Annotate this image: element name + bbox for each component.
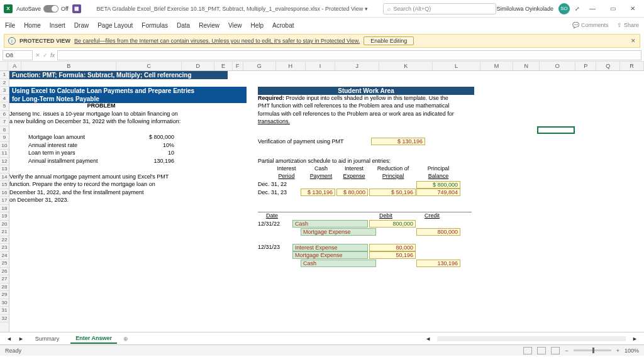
col-header-d[interactable]: D <box>182 62 214 70</box>
row-header-28[interactable]: 28 <box>0 283 9 292</box>
je1-l1[interactable]: Cash <box>292 220 368 228</box>
row-header-30[interactable]: 30 <box>0 299 9 307</box>
je2-d1[interactable]: 80,000 <box>369 244 416 251</box>
je2-l2[interactable]: Mortgage Expense <box>292 251 368 259</box>
horizontal-scrollbar[interactable] <box>437 336 626 341</box>
row-header-20[interactable]: 20 <box>0 221 9 229</box>
minimize-button[interactable]: — <box>585 5 600 12</box>
menu-home[interactable]: Home <box>24 22 41 29</box>
je1-debit[interactable]: 800,000 <box>369 220 416 228</box>
share-button[interactable]: ⇪ Share <box>617 22 639 28</box>
col-header-f[interactable]: F <box>233 62 243 70</box>
autosave-toggle[interactable] <box>43 5 58 13</box>
cell-bal15[interactable]: $ 800,000 <box>416 181 460 189</box>
row-header-17[interactable]: 17 <box>0 197 9 205</box>
view-normal-button[interactable] <box>523 347 532 354</box>
je2-d2[interactable]: 50,196 <box>369 251 416 259</box>
select-all-corner[interactable] <box>0 62 8 70</box>
row-header-4[interactable]: 4 <box>0 95 9 103</box>
menu-data[interactable]: Data <box>177 22 190 29</box>
row-header-19[interactable]: 19 <box>0 212 9 221</box>
je1-credit[interactable]: 800,000 <box>416 228 460 236</box>
row-header-25[interactable]: 25 <box>0 260 9 268</box>
row-header-3[interactable]: 3 <box>0 87 9 95</box>
je2-l1[interactable]: Interest Expense <box>292 244 368 251</box>
comments-button[interactable]: 💬 Comments <box>572 22 608 28</box>
protected-close-icon[interactable]: ✕ <box>631 38 636 44</box>
row-header-16[interactable]: 16 <box>0 189 9 197</box>
tab-nav-next[interactable]: ► <box>18 336 24 342</box>
row-header-24[interactable]: 24 <box>0 252 9 260</box>
row-header-29[interactable]: 29 <box>0 291 9 299</box>
spreadsheet-grid[interactable]: ABCDEFGHIJKLMNOPQR 123456789101112131415… <box>0 62 644 332</box>
view-pagebreak-button[interactable] <box>551 347 560 354</box>
row-header-22[interactable]: 22 <box>0 236 9 244</box>
col-header-m[interactable]: M <box>480 62 513 70</box>
col-header-n[interactable]: N <box>513 62 540 70</box>
menu-acrobat[interactable]: Acrobat <box>272 22 294 29</box>
cell-cash16[interactable]: $ 130,196 <box>301 189 335 196</box>
zoom-in-button[interactable]: + <box>616 348 619 354</box>
col-header-b[interactable]: B <box>21 62 116 70</box>
confirm-icon[interactable]: ✓ <box>43 52 48 58</box>
row-header-26[interactable]: 26 <box>0 268 9 276</box>
col-header-l[interactable]: L <box>433 62 480 70</box>
row-header-21[interactable]: 21 <box>0 228 9 236</box>
maximize-button[interactable]: ▭ <box>605 5 620 12</box>
formula-input[interactable] <box>57 50 641 60</box>
menu-file[interactable]: File <box>5 22 15 29</box>
row-header-11[interactable]: 11 <box>0 150 9 158</box>
row-header-2[interactable]: 2 <box>0 79 9 87</box>
col-header-k[interactable]: K <box>379 62 433 70</box>
row-header-15[interactable]: 15 <box>0 181 9 189</box>
search-box[interactable]: ⌕ Search (Alt+Q) <box>383 3 496 14</box>
zoom-out-button[interactable]: − <box>565 348 568 354</box>
row-header-31[interactable]: 31 <box>0 307 9 315</box>
row-header-27[interactable]: 27 <box>0 275 9 283</box>
col-header-j[interactable]: J <box>335 62 379 70</box>
col-header-r[interactable]: R <box>620 62 644 70</box>
menu-draw[interactable]: Draw <box>74 22 89 29</box>
row-header-8[interactable]: 8 <box>0 126 9 134</box>
row-header-18[interactable]: 18 <box>0 205 9 213</box>
tab-enter-answer[interactable]: Enter Answer <box>70 334 117 344</box>
row-header-12[interactable]: 12 <box>0 158 9 166</box>
ribbon-toggle-icon[interactable]: ⤢ <box>575 6 580 12</box>
row-header-32[interactable]: 32 <box>0 315 9 323</box>
col-header-c[interactable]: C <box>116 62 182 70</box>
row-header-9[interactable]: 9 <box>0 134 9 142</box>
hscroll-left-icon[interactable]: ◄ <box>425 336 431 342</box>
enable-editing-button[interactable]: Enable Editing <box>364 36 414 45</box>
col-header-o[interactable]: O <box>540 62 575 70</box>
row-header-13[interactable]: 13 <box>0 165 9 173</box>
cell-red16[interactable]: $ 50,196 <box>369 189 416 196</box>
menu-formulas[interactable]: Formulas <box>142 22 168 29</box>
menu-help[interactable]: Help <box>250 22 264 29</box>
tab-summary[interactable]: Summary <box>30 334 65 343</box>
active-cell[interactable] <box>537 126 575 134</box>
avatar[interactable]: SO <box>558 3 570 14</box>
view-pagelayout-button[interactable] <box>537 347 546 354</box>
menu-pagelayout[interactable]: Page Layout <box>97 22 133 29</box>
col-header-i[interactable]: I <box>306 62 335 70</box>
menu-insert[interactable]: Insert <box>50 22 65 29</box>
menu-review[interactable]: Review <box>199 22 219 29</box>
cancel-icon[interactable]: ✕ <box>35 52 40 58</box>
col-header-e[interactable]: E <box>214 62 232 70</box>
fx-icon[interactable]: fx <box>50 52 55 58</box>
col-header-p[interactable]: P <box>575 62 596 70</box>
menu-view[interactable]: View <box>228 22 242 29</box>
je2-c[interactable]: 130,196 <box>416 260 460 267</box>
row-header-5[interactable]: 5 <box>0 102 9 111</box>
col-header-h[interactable]: H <box>276 62 306 70</box>
tab-nav-prev[interactable]: ◄ <box>6 336 12 342</box>
col-header-q[interactable]: Q <box>596 62 620 70</box>
row-header-1[interactable]: 1 <box>0 71 9 79</box>
row-header-14[interactable]: 14 <box>0 173 9 182</box>
name-box[interactable]: O8 <box>3 50 33 60</box>
save-icon[interactable]: ▦ <box>72 4 81 13</box>
hscroll-right-icon[interactable]: ► <box>632 336 638 342</box>
je1-l2[interactable]: Mortgage Expense <box>301 228 376 236</box>
close-button[interactable]: ✕ <box>625 5 640 12</box>
cell-bal16[interactable]: 749,804 <box>416 189 460 196</box>
